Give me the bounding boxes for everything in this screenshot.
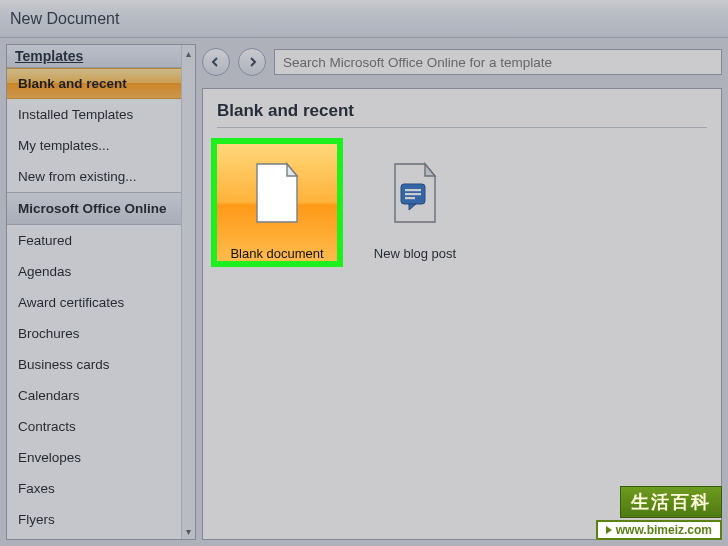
sidebar-item-label: Flyers xyxy=(18,512,55,527)
sidebar-header-templates[interactable]: Templates xyxy=(7,45,181,68)
template-item-blank-document[interactable]: Blank document xyxy=(217,144,337,261)
main-area: Templates Blank and recent Installed Tem… xyxy=(0,38,728,546)
sidebar-item-label: Installed Templates xyxy=(18,107,133,122)
blank-document-icon xyxy=(251,162,303,224)
sidebar-item-label: Business cards xyxy=(18,357,110,372)
sidebar-item-label: Contracts xyxy=(18,419,76,434)
sidebar-item-my-templates[interactable]: My templates... xyxy=(7,130,181,161)
right-panel: Blank and recent Blank document xyxy=(196,38,728,546)
sidebar-item-label: Envelopes xyxy=(18,450,81,465)
scroll-up-icon[interactable]: ▴ xyxy=(182,45,195,61)
watermark-banner: 生活百科 xyxy=(620,486,722,518)
nav-back-button[interactable] xyxy=(202,48,230,76)
sidebar-item-faxes[interactable]: Faxes xyxy=(7,473,181,504)
sidebar-item-business-cards[interactable]: Business cards xyxy=(7,349,181,380)
sidebar-scrollbar[interactable]: ▴ ▾ xyxy=(181,45,195,539)
sidebar-item-label: Blank and recent xyxy=(18,76,127,91)
templates-sidebar: Templates Blank and recent Installed Tem… xyxy=(6,44,196,540)
sidebar-item-blank-and-recent[interactable]: Blank and recent xyxy=(7,68,181,99)
sidebar-content: Templates Blank and recent Installed Tem… xyxy=(7,45,181,535)
scroll-down-icon[interactable]: ▾ xyxy=(182,523,195,539)
sidebar-item-contracts[interactable]: Contracts xyxy=(7,411,181,442)
sidebar-item-award-certificates[interactable]: Award certificates xyxy=(7,287,181,318)
search-input[interactable] xyxy=(274,49,722,75)
sidebar-item-label: New from existing... xyxy=(18,169,137,184)
arrow-right-icon xyxy=(246,56,258,68)
titlebar: New Document xyxy=(0,0,728,38)
template-item-label: New blog post xyxy=(374,246,456,261)
watermark: 生活百科 www.bimeiz.com xyxy=(596,486,722,540)
doc-icon-wrap xyxy=(234,150,320,236)
watermark-url: www.bimeiz.com xyxy=(596,520,722,540)
sidebar-item-label: Brochures xyxy=(18,326,80,341)
sidebar-item-calendars[interactable]: Calendars xyxy=(7,380,181,411)
sidebar-item-envelopes[interactable]: Envelopes xyxy=(7,442,181,473)
toolbar xyxy=(202,44,722,80)
svg-rect-2 xyxy=(405,193,421,195)
sidebar-item-flyers[interactable]: Flyers xyxy=(7,504,181,535)
sidebar-item-label: Faxes xyxy=(18,481,55,496)
sidebar-item-featured[interactable]: Featured xyxy=(7,225,181,256)
svg-rect-3 xyxy=(405,197,415,199)
sidebar-item-new-from-existing[interactable]: New from existing... xyxy=(7,161,181,192)
blog-post-icon xyxy=(389,162,441,224)
sidebar-item-label: Agendas xyxy=(18,264,71,279)
sidebar-item-label: Calendars xyxy=(18,388,80,403)
window-title: New Document xyxy=(10,10,119,28)
doc-icon-wrap xyxy=(372,150,458,236)
arrow-left-icon xyxy=(210,56,222,68)
sidebar-item-label: Award certificates xyxy=(18,295,124,310)
section-title: Blank and recent xyxy=(217,101,707,128)
sidebar-item-label: Microsoft Office Online xyxy=(18,201,167,216)
template-items-row: Blank document New xyxy=(217,144,707,261)
sidebar-wrap: Templates Blank and recent Installed Tem… xyxy=(0,38,196,546)
template-item-label: Blank document xyxy=(230,246,323,261)
template-item-new-blog-post[interactable]: New blog post xyxy=(355,144,475,261)
content-panel: Blank and recent Blank document xyxy=(202,88,722,540)
sidebar-group-office-online: Microsoft Office Online xyxy=(7,192,181,225)
sidebar-item-installed-templates[interactable]: Installed Templates xyxy=(7,99,181,130)
nav-forward-button[interactable] xyxy=(238,48,266,76)
sidebar-item-label: Featured xyxy=(18,233,72,248)
svg-rect-1 xyxy=(405,189,421,191)
sidebar-item-brochures[interactable]: Brochures xyxy=(7,318,181,349)
sidebar-item-label: My templates... xyxy=(18,138,110,153)
sidebar-item-agendas[interactable]: Agendas xyxy=(7,256,181,287)
